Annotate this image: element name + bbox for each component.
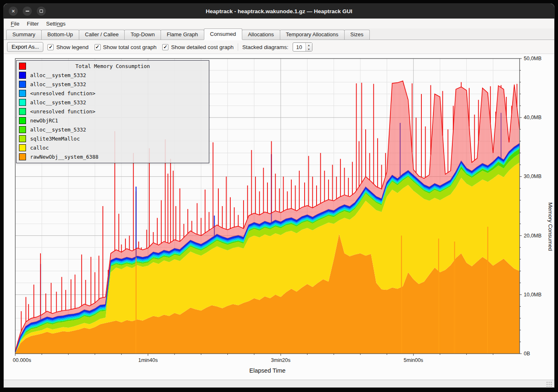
legend-label: rawNewObj__system_6388 — [30, 154, 99, 160]
chart-legend[interactable]: Total Memory Consumptionalloc__system_53… — [16, 60, 209, 163]
tab-top-down[interactable]: Top-Down — [124, 30, 161, 40]
x-tick-label: 3min20s — [271, 357, 291, 363]
resize-grip[interactable] — [546, 381, 552, 387]
stacked-diagrams-spinbox[interactable]: 10 ▲ ▼ — [293, 42, 312, 52]
legend-label: alloc__system_5332 — [30, 81, 86, 87]
checkbox-show-detailed-cost-graph[interactable]: ✓Show detailed cost graph — [162, 44, 234, 50]
checkbox-show-total-cost-graph[interactable]: ✓Show total cost graph — [95, 44, 157, 50]
legend-item: sqlite3MemMalloc — [17, 134, 209, 143]
stacked-diagrams-value[interactable]: 10 — [293, 43, 305, 51]
legend-label: newObjRC1 — [30, 117, 58, 124]
legend-label: <unresolved function> — [30, 90, 95, 96]
legend-item: calloc — [17, 143, 209, 152]
tab-caller-callee[interactable]: Caller / Callee — [79, 30, 125, 40]
menu-bar: FileFilterSettings — [4, 19, 554, 28]
checkbox-show-legend[interactable]: ✓Show legend — [47, 44, 88, 50]
legend-swatch — [19, 144, 26, 151]
legend-swatch-total — [19, 63, 26, 70]
legend-label: alloc__system_5332 — [30, 127, 86, 133]
close-button[interactable]: ✕ — [9, 7, 18, 16]
tab-bar: SummaryBottom-UpCaller / CalleeTop-DownF… — [4, 28, 554, 40]
legend-item: alloc__system_5332 — [17, 98, 209, 107]
maximize-button[interactable] — [37, 7, 46, 16]
y-tick-label: 50,0MB — [524, 56, 541, 61]
menu-item-file[interactable]: File — [7, 20, 23, 28]
x-tick-label: 5min00s — [404, 357, 423, 363]
app-window: ✕ Heaptrack - heaptrack.wakunode.1.gz — … — [3, 3, 555, 388]
legend-swatch — [19, 108, 26, 115]
checkbox-label: Show detailed cost graph — [171, 44, 234, 50]
legend-title-row: Total Memory Consumption — [17, 61, 209, 70]
tab-summary[interactable]: Summary — [6, 30, 42, 40]
legend-item: <unresolved function> — [17, 107, 209, 116]
tab-temporary-allocations[interactable]: Temporary Allocations — [280, 30, 345, 40]
title-bar: ✕ Heaptrack - heaptrack.wakunode.1.gz — … — [4, 4, 554, 19]
legend-item: alloc__system_5332 — [17, 125, 209, 134]
window-title: Heaptrack - heaptrack.wakunode.1.gz — He… — [4, 8, 554, 14]
minimize-button[interactable] — [23, 7, 32, 16]
y-tick-label: 30,0MB — [524, 174, 541, 179]
legend-label: sqlite3MemMalloc — [30, 136, 80, 142]
toolbar: Export As... ✓Show legend✓Show total cos… — [4, 40, 554, 54]
minimize-icon — [26, 11, 29, 12]
toolbar-separator — [238, 43, 238, 51]
x-axis-title: Elapsed Time — [4, 367, 531, 374]
tab-sizes[interactable]: Sizes — [344, 30, 370, 40]
legend-swatch — [19, 99, 26, 106]
legend-swatch — [19, 117, 26, 124]
y-tick-label: 10,0MB — [524, 292, 541, 298]
legend-item: rawNewObj__system_6388 — [17, 152, 209, 161]
legend-label: alloc__system_5332 — [30, 72, 86, 78]
y-tick-label: 40,0MB — [524, 115, 541, 120]
tab-consumed[interactable]: Consumed — [204, 28, 242, 40]
legend-label: alloc__system_5332 — [30, 99, 86, 106]
x-tick-label: 00.000s — [13, 357, 31, 363]
x-tick-label: 1min40s — [138, 357, 158, 363]
checkbox-label: Show total cost graph — [103, 44, 157, 50]
tab-allocations[interactable]: Allocations — [242, 30, 280, 40]
maximize-icon — [40, 9, 43, 13]
tab-bottom-up[interactable]: Bottom-Up — [41, 30, 79, 40]
y-tick-label: 20,0MB — [524, 233, 541, 239]
y-tick-label: 0B — [524, 351, 530, 357]
menu-item-filter[interactable]: Filter — [23, 20, 43, 28]
spin-down-icon[interactable]: ▼ — [306, 47, 312, 51]
checkbox-box[interactable]: ✓ — [95, 44, 101, 50]
consumed-chart-panel: 00.000s1min40s3min20s5min00s0B10,0MB20,0… — [4, 54, 555, 380]
legend-swatch — [19, 81, 26, 88]
legend-label: <unresolved function> — [30, 108, 95, 115]
checkbox-label: Show legend — [56, 44, 88, 50]
checkbox-box[interactable]: ✓ — [47, 44, 54, 50]
stacked-diagrams-label: Stacked diagrams: — [242, 44, 288, 50]
status-bar — [4, 380, 554, 388]
legend-swatch — [19, 72, 26, 79]
legend-swatch — [19, 126, 26, 133]
spinbox-arrows: ▲ ▼ — [305, 43, 312, 51]
export-as-button[interactable]: Export As... — [7, 42, 43, 52]
legend-swatch — [19, 90, 26, 97]
legend-swatch — [19, 153, 26, 160]
spin-up-icon[interactable]: ▲ — [306, 43, 312, 47]
checkbox-box[interactable]: ✓ — [162, 44, 168, 50]
legend-label: calloc — [30, 145, 49, 151]
legend-swatch — [19, 135, 26, 142]
legend-title: Total Memory Consumption — [26, 63, 199, 69]
legend-item: newObjRC1 — [17, 116, 209, 125]
y-axis-title: Memory Consumed — [547, 202, 553, 251]
tab-flame-graph[interactable]: Flame Graph — [161, 30, 204, 40]
legend-item: alloc__system_5332 — [17, 80, 209, 89]
legend-item: <unresolved function> — [17, 89, 209, 98]
legend-item: alloc__system_5332 — [17, 70, 209, 80]
menu-item-settings[interactable]: Settings — [43, 20, 69, 28]
